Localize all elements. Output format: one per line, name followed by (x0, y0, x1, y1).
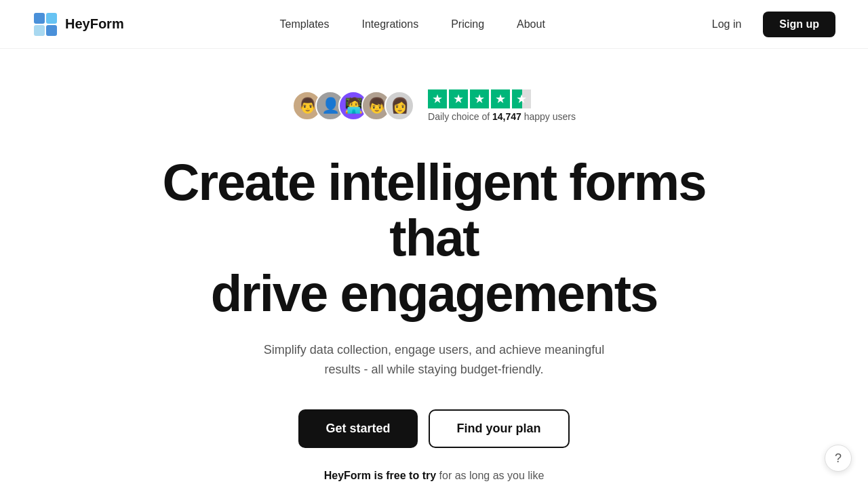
daily-choice-prefix: Daily choice of (428, 111, 492, 122)
nav-actions: Log in Sign up (701, 12, 835, 37)
nav-integrations[interactable]: Integrations (349, 13, 433, 36)
trustpilot-section: ★ ★ ★ ★ ★ Daily choice of 14,747 happy u… (428, 89, 576, 122)
star-2: ★ (449, 89, 468, 108)
daily-choice-suffix: happy users (521, 111, 576, 122)
brand-name: HeyForm (65, 16, 124, 32)
nav-about[interactable]: About (503, 13, 559, 36)
signup-button[interactable]: Sign up (763, 12, 835, 37)
svg-rect-3 (46, 25, 57, 36)
nav-pricing[interactable]: Pricing (437, 13, 498, 36)
star-rating: ★ ★ ★ ★ ★ (428, 89, 531, 108)
hero-section: 👨 👤 🧑‍💻 👦 👩 ★ ★ ★ ★ ★ (0, 49, 868, 488)
free-trial-text: HeyForm is free to try for as long as yo… (324, 470, 545, 482)
hero-subtitle: Simplify data collection, engage users, … (244, 340, 624, 380)
nav-links: Templates Integrations Pricing About (267, 13, 559, 36)
avatar: 👩 (384, 91, 414, 121)
logo-icon (33, 12, 58, 37)
free-trial-bold: HeyForm is free to try (324, 470, 436, 481)
hero-title: Create intelligent forms that drive enga… (129, 155, 739, 321)
login-button[interactable]: Log in (701, 13, 753, 36)
star-1: ★ (428, 89, 447, 108)
svg-rect-1 (46, 13, 57, 24)
star-4: ★ (491, 89, 510, 108)
avatar-group: 👨 👤 🧑‍💻 👦 👩 (292, 91, 414, 121)
logo-link[interactable]: HeyForm (33, 12, 124, 37)
svg-rect-2 (34, 25, 45, 36)
star-3: ★ (470, 89, 489, 108)
cta-buttons: Get started Find your plan (298, 409, 569, 448)
main-nav: HeyForm Templates Integrations Pricing A… (0, 0, 868, 49)
find-plan-button[interactable]: Find your plan (429, 409, 570, 448)
trustpilot-text: Daily choice of 14,747 happy users (428, 111, 576, 122)
help-button[interactable]: ? (825, 445, 852, 472)
get-started-button[interactable]: Get started (298, 409, 417, 448)
help-icon: ? (835, 451, 842, 466)
svg-rect-0 (34, 13, 45, 24)
nav-templates[interactable]: Templates (267, 13, 343, 36)
user-count: 14,747 (492, 111, 521, 122)
social-proof: 👨 👤 🧑‍💻 👦 👩 ★ ★ ★ ★ ★ (292, 89, 576, 122)
star-5: ★ (512, 89, 531, 108)
free-trial-rest: for as long as you like (436, 470, 544, 481)
